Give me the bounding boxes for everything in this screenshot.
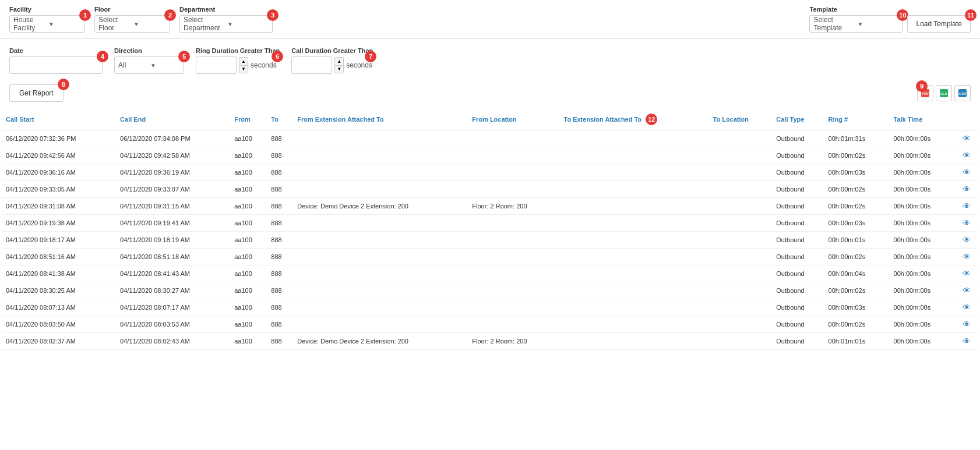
- col-to-ext: To Extension Attached To 12: [560, 109, 709, 130]
- view-icon[interactable]: 👁: [963, 185, 971, 194]
- cell-call-end: 06/12/2020 07:34:08 PM: [117, 130, 231, 147]
- date-input[interactable]: 10/17/2020 - 01/14/2021: [9, 56, 103, 74]
- department-select[interactable]: Select Department ▼: [179, 15, 273, 33]
- call-duration-down-button[interactable]: ▼: [334, 65, 344, 73]
- cell-to: 888: [267, 316, 294, 333]
- cell-ring: 00h:00m:02s: [825, 249, 890, 265]
- facility-arrow-icon: ▼: [48, 21, 81, 27]
- cell-to-ext: [560, 282, 709, 299]
- cell-to: 888: [267, 265, 294, 282]
- cell-ring: 00h:00m:03s: [825, 164, 890, 181]
- table-row: 04/11/2020 09:31:08 AM 04/11/2020 09:31:…: [2, 198, 978, 215]
- view-icon[interactable]: 👁: [963, 286, 971, 295]
- export-csv-button[interactable]: CSV: [954, 85, 971, 101]
- cell-from-loc: [468, 282, 560, 299]
- view-icon[interactable]: 👁: [963, 320, 971, 329]
- view-icon[interactable]: 👁: [963, 336, 971, 346]
- cell-talk: 00h:00m:00s: [890, 265, 956, 282]
- cell-to: 888: [267, 198, 294, 215]
- col-to-loc: To Location: [710, 109, 773, 130]
- cell-to-ext: [560, 316, 709, 333]
- call-duration-input[interactable]: [291, 56, 332, 74]
- ring-duration-up-button[interactable]: ▲: [239, 57, 248, 65]
- view-icon[interactable]: 👁: [963, 218, 971, 228]
- cell-view[interactable]: 👁: [955, 181, 978, 198]
- table-row: 06/12/2020 07:32:36 PM 06/12/2020 07:34:…: [2, 130, 978, 147]
- cell-talk: 00h:00m:00s: [890, 130, 956, 147]
- template-arrow-icon: ▼: [857, 21, 898, 27]
- cell-from: aa100: [231, 333, 267, 350]
- table-row: 04/11/2020 08:30:25 AM 04/11/2020 08:30:…: [2, 282, 978, 299]
- cell-from: aa100: [231, 164, 267, 181]
- cell-talk: 00h:00m:00s: [890, 249, 956, 265]
- cell-ring: 00h:00m:03s: [825, 215, 890, 232]
- table-row: 04/11/2020 08:41:38 AM 04/11/2020 08:41:…: [2, 265, 978, 282]
- ring-duration-down-button[interactable]: ▼: [239, 65, 248, 73]
- view-icon[interactable]: 👁: [963, 151, 971, 160]
- cell-view[interactable]: 👁: [955, 164, 978, 181]
- cell-view[interactable]: 👁: [955, 265, 978, 282]
- view-icon[interactable]: 👁: [963, 303, 971, 312]
- cell-from-ext: [294, 164, 468, 181]
- ring-duration-input[interactable]: [196, 56, 237, 74]
- cell-view[interactable]: 👁: [955, 333, 978, 350]
- cell-view[interactable]: 👁: [955, 299, 978, 316]
- table-row: 04/11/2020 08:02:37 AM 04/11/2020 08:02:…: [2, 333, 978, 350]
- facility-badge: 1: [79, 9, 91, 21]
- cell-from-loc: [468, 215, 560, 232]
- cell-view[interactable]: 👁: [955, 130, 978, 147]
- view-icon[interactable]: 👁: [963, 134, 971, 143]
- table-row: 04/11/2020 09:33:05 AM 04/11/2020 09:33:…: [2, 181, 978, 198]
- floor-select[interactable]: Select Floor ▼: [94, 15, 170, 33]
- cell-talk: 00h:00m:00s: [890, 282, 956, 299]
- cell-ring: 00h:01m:01s: [825, 333, 890, 350]
- cell-to: 888: [267, 181, 294, 198]
- facility-value: House Facility: [13, 16, 46, 32]
- floor-badge: 2: [164, 9, 176, 21]
- cell-view[interactable]: 👁: [955, 282, 978, 299]
- view-icon[interactable]: 👁: [963, 235, 971, 245]
- view-icon[interactable]: 👁: [963, 269, 971, 278]
- cell-call-start: 04/11/2020 09:31:08 AM: [2, 198, 117, 215]
- date-badge: 4: [97, 51, 108, 62]
- cell-call-type: Outbound: [773, 130, 824, 147]
- direction-value: All: [118, 61, 148, 69]
- call-duration-spinners: ▲ ▼: [334, 57, 344, 73]
- cell-call-start: 04/11/2020 09:18:17 AM: [2, 232, 117, 249]
- col-to: To: [267, 109, 294, 130]
- cell-view[interactable]: 👁: [955, 198, 978, 215]
- export-excel-button[interactable]: XLS: [936, 85, 952, 101]
- cell-call-start: 04/11/2020 09:33:05 AM: [2, 181, 117, 198]
- get-report-button[interactable]: Get Report: [9, 84, 64, 102]
- cell-view[interactable]: 👁: [955, 147, 978, 164]
- facility-select[interactable]: House Facility ▼: [9, 15, 85, 33]
- direction-select[interactable]: All ▼: [114, 56, 184, 74]
- col-ring: Ring #: [825, 109, 890, 130]
- view-icon[interactable]: 👁: [963, 201, 971, 211]
- cell-view[interactable]: 👁: [955, 215, 978, 232]
- get-report-badge: 8: [58, 79, 69, 90]
- call-duration-up-button[interactable]: ▲: [334, 57, 344, 65]
- load-template-button[interactable]: Load Template: [907, 15, 971, 33]
- cell-from-loc: [468, 130, 560, 147]
- template-select[interactable]: Select Template ▼: [809, 15, 903, 33]
- cell-call-end: 04/11/2020 09:42:58 AM: [117, 147, 231, 164]
- table-row: 04/11/2020 09:36:16 AM 04/11/2020 09:36:…: [2, 164, 978, 181]
- cell-talk: 00h:00m:00s: [890, 181, 956, 198]
- cell-call-type: Outbound: [773, 164, 824, 181]
- cell-to-ext: [560, 198, 709, 215]
- direction-label: Direction: [114, 47, 184, 54]
- cell-from-ext: [294, 130, 468, 147]
- cell-view[interactable]: 👁: [955, 232, 978, 249]
- cell-view[interactable]: 👁: [955, 249, 978, 265]
- template-badge: 10: [897, 9, 908, 21]
- cell-to-loc: [710, 198, 773, 215]
- table-container: Call Start Call End From To From Extensi…: [0, 109, 980, 350]
- svg-text:CSV: CSV: [959, 92, 966, 95]
- cell-view[interactable]: 👁: [955, 316, 978, 333]
- view-icon[interactable]: 👁: [963, 252, 971, 261]
- col-call-type: Call Type: [773, 109, 824, 130]
- table-row: 04/11/2020 08:51:16 AM 04/11/2020 08:51:…: [2, 249, 978, 265]
- top-bar: Facility House Facility ▼ 1 Floor Select…: [0, 0, 980, 39]
- view-icon[interactable]: 👁: [963, 168, 971, 177]
